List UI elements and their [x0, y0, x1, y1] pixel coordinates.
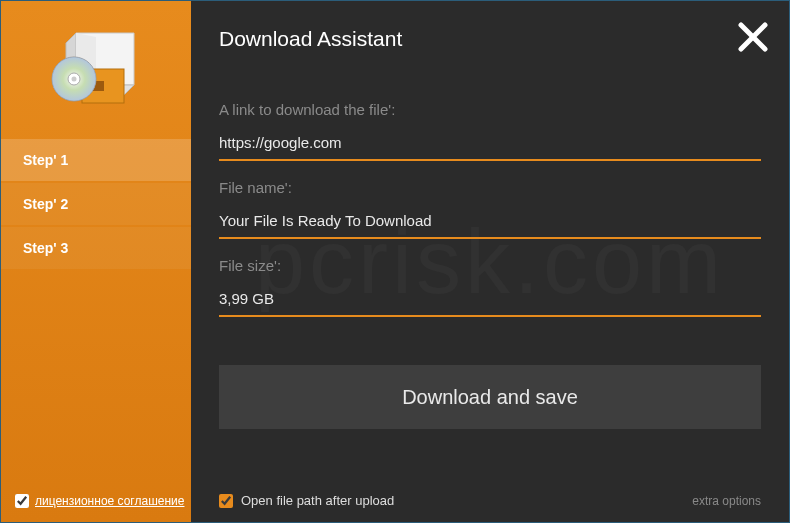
filesize-input[interactable]	[219, 286, 761, 317]
extra-options-link[interactable]: extra options	[692, 494, 761, 508]
open-path-checkbox[interactable]	[219, 494, 233, 508]
license-checkbox[interactable]	[15, 494, 29, 508]
open-path-row: Open file path after upload	[219, 493, 394, 508]
step-3[interactable]: Step' 3	[1, 227, 191, 269]
filesize-label: File size':	[219, 257, 761, 274]
svg-point-9	[72, 77, 77, 82]
close-icon[interactable]	[737, 21, 769, 53]
main-panel: Download Assistant pcrisk.com A link to …	[191, 1, 789, 522]
installer-logo	[46, 23, 146, 113]
bottom-row: Open file path after upload extra option…	[219, 493, 761, 508]
step-1[interactable]: Step' 1	[1, 139, 191, 181]
download-and-save-button[interactable]: Download and save	[219, 365, 761, 429]
license-row: лицензионное соглашение	[15, 494, 184, 508]
sidebar: Step' 1 Step' 2 Step' 3 лицензионное сог…	[1, 1, 191, 522]
app-title: Download Assistant	[219, 27, 789, 51]
open-path-label: Open file path after upload	[241, 493, 394, 508]
filename-input[interactable]	[219, 208, 761, 239]
form-area: A link to download the file': File name'…	[219, 101, 761, 429]
link-input[interactable]	[219, 130, 761, 161]
link-label: A link to download the file':	[219, 101, 761, 118]
filename-field-group: File name':	[219, 179, 761, 239]
step-2[interactable]: Step' 2	[1, 183, 191, 225]
filename-label: File name':	[219, 179, 761, 196]
link-field-group: A link to download the file':	[219, 101, 761, 161]
license-link[interactable]: лицензионное соглашение	[35, 494, 184, 508]
filesize-field-group: File size':	[219, 257, 761, 317]
